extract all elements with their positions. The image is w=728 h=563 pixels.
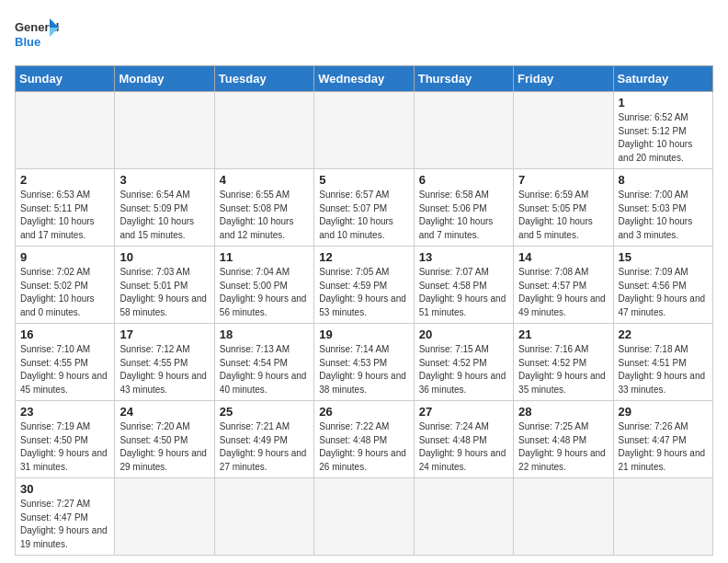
calendar-cell: 16Sunrise: 7:10 AM Sunset: 4:55 PM Dayli… bbox=[16, 324, 115, 401]
calendar-cell: 26Sunrise: 7:22 AM Sunset: 4:48 PM Dayli… bbox=[314, 401, 414, 478]
day-header-thursday: Thursday bbox=[414, 66, 513, 92]
day-info: Sunrise: 6:59 AM Sunset: 5:05 PM Dayligh… bbox=[518, 189, 608, 242]
day-info: Sunrise: 7:07 AM Sunset: 4:58 PM Dayligh… bbox=[419, 266, 508, 319]
day-number: 29 bbox=[619, 405, 708, 419]
day-info: Sunrise: 7:14 AM Sunset: 4:53 PM Dayligh… bbox=[319, 343, 408, 396]
calendar-cell: 24Sunrise: 7:20 AM Sunset: 4:50 PM Dayli… bbox=[115, 401, 214, 478]
day-info: Sunrise: 7:02 AM Sunset: 5:02 PM Dayligh… bbox=[20, 266, 109, 319]
calendar-cell: 22Sunrise: 7:18 AM Sunset: 4:51 PM Dayli… bbox=[613, 324, 712, 401]
day-number: 20 bbox=[419, 327, 508, 341]
day-number: 9 bbox=[20, 250, 109, 264]
calendar-cell bbox=[414, 478, 513, 556]
calendar-cell: 13Sunrise: 7:07 AM Sunset: 4:58 PM Dayli… bbox=[414, 247, 513, 324]
day-number: 16 bbox=[20, 327, 109, 341]
day-info: Sunrise: 7:27 AM Sunset: 4:47 PM Dayligh… bbox=[20, 498, 109, 551]
svg-text:Blue: Blue bbox=[15, 35, 40, 49]
day-header-wednesday: Wednesday bbox=[314, 66, 414, 92]
day-number: 30 bbox=[20, 482, 109, 496]
calendar-cell: 20Sunrise: 7:15 AM Sunset: 4:52 PM Dayli… bbox=[414, 324, 513, 401]
calendar-cell: 3Sunrise: 6:54 AM Sunset: 5:09 PM Daylig… bbox=[115, 169, 214, 247]
day-number: 19 bbox=[319, 327, 408, 341]
day-info: Sunrise: 6:58 AM Sunset: 5:06 PM Dayligh… bbox=[419, 189, 508, 242]
day-header-monday: Monday bbox=[115, 66, 214, 92]
week-row-2: 2Sunrise: 6:53 AM Sunset: 5:11 PM Daylig… bbox=[16, 169, 713, 247]
day-info: Sunrise: 7:19 AM Sunset: 4:50 PM Dayligh… bbox=[20, 420, 109, 474]
day-number: 3 bbox=[119, 173, 209, 187]
day-info: Sunrise: 7:25 AM Sunset: 4:48 PM Dayligh… bbox=[518, 420, 608, 474]
calendar-cell bbox=[115, 478, 214, 556]
day-number: 23 bbox=[20, 405, 109, 419]
day-info: Sunrise: 7:12 AM Sunset: 4:55 PM Dayligh… bbox=[119, 343, 209, 396]
calendar-cell: 7Sunrise: 6:59 AM Sunset: 5:05 PM Daylig… bbox=[514, 169, 613, 247]
day-number: 13 bbox=[419, 250, 508, 264]
day-number: 28 bbox=[518, 405, 608, 419]
calendar-cell bbox=[314, 92, 414, 169]
logo-svg: General Blue bbox=[15, 15, 61, 56]
day-header-friday: Friday bbox=[514, 66, 613, 92]
day-number: 25 bbox=[220, 405, 309, 419]
calendar-header-row: SundayMondayTuesdayWednesdayThursdayFrid… bbox=[16, 66, 713, 92]
week-row-1: 1Sunrise: 6:52 AM Sunset: 5:12 PM Daylig… bbox=[16, 92, 713, 169]
day-header-sunday: Sunday bbox=[16, 66, 115, 92]
calendar-cell: 19Sunrise: 7:14 AM Sunset: 4:53 PM Dayli… bbox=[314, 324, 414, 401]
day-info: Sunrise: 6:57 AM Sunset: 5:07 PM Dayligh… bbox=[319, 189, 408, 242]
calendar-cell bbox=[514, 478, 613, 556]
calendar-cell: 14Sunrise: 7:08 AM Sunset: 4:57 PM Dayli… bbox=[514, 247, 613, 324]
calendar-cell: 25Sunrise: 7:21 AM Sunset: 4:49 PM Dayli… bbox=[214, 401, 313, 478]
day-number: 11 bbox=[220, 250, 309, 264]
calendar-cell: 21Sunrise: 7:16 AM Sunset: 4:52 PM Dayli… bbox=[514, 324, 613, 401]
day-info: Sunrise: 7:04 AM Sunset: 5:00 PM Dayligh… bbox=[220, 266, 309, 319]
calendar-cell: 15Sunrise: 7:09 AM Sunset: 4:56 PM Dayli… bbox=[613, 247, 712, 324]
day-info: Sunrise: 7:05 AM Sunset: 4:59 PM Dayligh… bbox=[319, 266, 408, 319]
day-number: 8 bbox=[619, 173, 708, 187]
calendar-cell: 23Sunrise: 7:19 AM Sunset: 4:50 PM Dayli… bbox=[16, 401, 115, 478]
day-number: 7 bbox=[518, 173, 608, 187]
calendar-cell: 1Sunrise: 6:52 AM Sunset: 5:12 PM Daylig… bbox=[613, 92, 712, 169]
day-info: Sunrise: 7:15 AM Sunset: 4:52 PM Dayligh… bbox=[419, 343, 508, 396]
calendar-cell bbox=[613, 478, 712, 556]
day-info: Sunrise: 6:55 AM Sunset: 5:08 PM Dayligh… bbox=[220, 189, 309, 242]
week-row-4: 16Sunrise: 7:10 AM Sunset: 4:55 PM Dayli… bbox=[16, 324, 713, 401]
calendar-cell bbox=[115, 92, 214, 169]
day-info: Sunrise: 7:21 AM Sunset: 4:49 PM Dayligh… bbox=[220, 420, 309, 474]
day-number: 22 bbox=[619, 327, 708, 341]
day-number: 2 bbox=[20, 173, 109, 187]
day-number: 10 bbox=[119, 250, 209, 264]
day-info: Sunrise: 7:20 AM Sunset: 4:50 PM Dayligh… bbox=[119, 420, 209, 474]
calendar-cell: 28Sunrise: 7:25 AM Sunset: 4:48 PM Dayli… bbox=[514, 401, 613, 478]
day-number: 1 bbox=[619, 96, 708, 109]
day-info: Sunrise: 7:10 AM Sunset: 4:55 PM Dayligh… bbox=[20, 343, 109, 396]
calendar-cell bbox=[214, 92, 313, 169]
day-info: Sunrise: 6:52 AM Sunset: 5:12 PM Dayligh… bbox=[619, 111, 708, 165]
calendar-table: SundayMondayTuesdayWednesdayThursdayFrid… bbox=[15, 65, 713, 556]
day-header-tuesday: Tuesday bbox=[214, 66, 313, 92]
day-number: 18 bbox=[220, 327, 309, 341]
day-number: 4 bbox=[220, 173, 309, 187]
calendar-cell: 11Sunrise: 7:04 AM Sunset: 5:00 PM Dayli… bbox=[214, 247, 313, 324]
calendar-cell: 2Sunrise: 6:53 AM Sunset: 5:11 PM Daylig… bbox=[16, 169, 115, 247]
day-info: Sunrise: 7:24 AM Sunset: 4:48 PM Dayligh… bbox=[419, 420, 508, 474]
day-number: 15 bbox=[619, 250, 708, 264]
day-number: 6 bbox=[419, 173, 508, 187]
day-number: 14 bbox=[518, 250, 608, 264]
calendar-cell: 4Sunrise: 6:55 AM Sunset: 5:08 PM Daylig… bbox=[214, 169, 313, 247]
calendar-cell: 29Sunrise: 7:26 AM Sunset: 4:47 PM Dayli… bbox=[613, 401, 712, 478]
week-row-3: 9Sunrise: 7:02 AM Sunset: 5:02 PM Daylig… bbox=[16, 247, 713, 324]
day-number: 17 bbox=[119, 327, 209, 341]
calendar-cell: 8Sunrise: 7:00 AM Sunset: 5:03 PM Daylig… bbox=[613, 169, 712, 247]
day-info: Sunrise: 7:22 AM Sunset: 4:48 PM Dayligh… bbox=[319, 420, 408, 474]
week-row-5: 23Sunrise: 7:19 AM Sunset: 4:50 PM Dayli… bbox=[16, 401, 713, 478]
day-info: Sunrise: 7:09 AM Sunset: 4:56 PM Dayligh… bbox=[619, 266, 708, 319]
day-info: Sunrise: 7:00 AM Sunset: 5:03 PM Dayligh… bbox=[619, 189, 708, 242]
logo: General Blue bbox=[15, 15, 61, 56]
calendar-cell bbox=[514, 92, 613, 169]
day-number: 26 bbox=[319, 405, 408, 419]
day-number: 12 bbox=[319, 250, 408, 264]
calendar-cell: 30Sunrise: 7:27 AM Sunset: 4:47 PM Dayli… bbox=[16, 478, 115, 556]
page-header: General Blue bbox=[15, 15, 713, 56]
day-info: Sunrise: 6:54 AM Sunset: 5:09 PM Dayligh… bbox=[119, 189, 209, 242]
calendar-cell bbox=[414, 92, 513, 169]
day-number: 24 bbox=[119, 405, 209, 419]
day-info: Sunrise: 7:18 AM Sunset: 4:51 PM Dayligh… bbox=[619, 343, 708, 396]
calendar-cell: 10Sunrise: 7:03 AM Sunset: 5:01 PM Dayli… bbox=[115, 247, 214, 324]
